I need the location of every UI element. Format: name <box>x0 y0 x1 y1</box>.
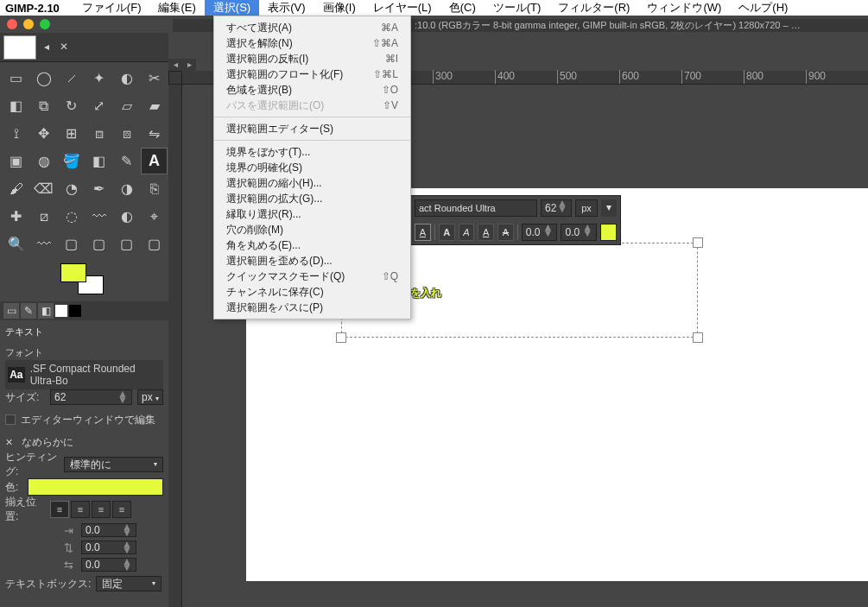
align-center-button[interactable]: ≡ <box>92 501 111 518</box>
menu-select[interactable]: 選択(S) <box>205 0 259 16</box>
indent-input[interactable]: 0.0▲▼ <box>81 523 136 537</box>
handle-br[interactable] <box>693 332 703 343</box>
tool-color-select[interactable]: ◐ <box>113 65 140 92</box>
tab-tool-options[interactable]: ▭ <box>3 303 19 319</box>
tool-handle-transform[interactable]: ⧇ <box>113 120 140 147</box>
menu-item[interactable]: 境界の明確化(S) <box>214 160 410 175</box>
float-italic-button[interactable]: A <box>459 224 475 241</box>
tool-measure[interactable]: ⟟ <box>3 120 29 147</box>
tool-n-a[interactable]: ▢ <box>113 231 140 257</box>
textbox-mode-combo[interactable]: 固定▾ <box>96 576 162 591</box>
menu-item[interactable]: 選択範囲をパスに(P) <box>214 300 410 315</box>
tool-blend[interactable]: ◧ <box>86 148 112 174</box>
tool-ink[interactable]: ✒ <box>86 175 112 202</box>
tool-mypaint[interactable]: ◑ <box>113 175 140 202</box>
letter-spacing-input[interactable]: 0.0▲▼ <box>81 558 136 572</box>
hinting-combo[interactable]: 標準的に▾ <box>64 457 163 472</box>
tab-images[interactable]: ◧ <box>38 303 54 319</box>
tool-rotate[interactable]: ↻ <box>58 92 85 119</box>
tool-fuzzy-select[interactable]: ✦ <box>86 65 112 92</box>
close-window-icon[interactable] <box>7 19 17 29</box>
tool-color-picker[interactable]: ⌖ <box>141 203 168 230</box>
image-thumbnail[interactable] <box>3 35 36 60</box>
menu-item[interactable]: クイックマスクモード(Q)⇧Q <box>214 269 410 284</box>
tool-ellipse-select[interactable]: ◯ <box>30 65 57 92</box>
tool-paths[interactable]: 〰 <box>30 231 57 257</box>
tool-perspective[interactable]: ▰ <box>141 92 168 119</box>
float-color-swatch[interactable] <box>600 224 617 241</box>
align-left-button[interactable]: ≡ <box>50 501 69 518</box>
menu-item[interactable]: 境界をぼかす(T)... <box>214 144 410 160</box>
menu-item[interactable]: 選択範囲のフロート化(F)⇧⌘L <box>214 66 410 82</box>
menu-window[interactable]: ウィンドウ(W) <box>638 0 730 16</box>
float-expand-icon[interactable]: ▾ <box>601 199 617 217</box>
tool-free-select[interactable]: ⟋ <box>58 65 85 92</box>
menu-item[interactable]: 選択範囲を歪める(D)... <box>214 253 410 269</box>
menu-tools[interactable]: ツール(T) <box>485 0 550 16</box>
editor-window-checkbox[interactable] <box>5 414 16 425</box>
unit-select[interactable]: px ▾ <box>137 389 163 405</box>
tool-fg-select[interactable]: ◧ <box>3 92 29 119</box>
tool-airbrush[interactable]: ◔ <box>58 175 85 202</box>
tool-bucket[interactable]: 🪣 <box>58 148 85 174</box>
tool-flip[interactable]: ⇋ <box>141 120 168 147</box>
menu-item[interactable]: チャンネルに保存(C) <box>214 284 410 300</box>
tool-scissors[interactable]: ✂ <box>141 65 168 92</box>
close-icon[interactable]: ✕ <box>57 41 71 54</box>
tool-pencil[interactable]: ✎ <box>113 148 140 174</box>
tool-dodge[interactable]: ◐ <box>113 203 140 230</box>
tab-device[interactable]: ✎ <box>21 303 36 319</box>
tool-clone[interactable]: ⎘ <box>141 175 168 202</box>
menu-view[interactable]: 表示(V) <box>259 0 314 16</box>
menu-image[interactable]: 画像(I) <box>314 0 364 16</box>
scroll-left-icon[interactable]: ◂ <box>168 59 182 71</box>
align-right-button[interactable]: ≡ <box>71 501 90 518</box>
menu-item[interactable]: 選択範囲の縮小(H)... <box>214 175 410 191</box>
menu-file[interactable]: ファイル(F) <box>73 0 150 16</box>
tab-white-swatch[interactable] <box>55 305 67 317</box>
float-clear-style-button[interactable]: A <box>415 224 431 241</box>
tool-paintbrush[interactable]: 🖌 <box>3 175 29 202</box>
float-size-input[interactable]: 62▲▼ <box>541 199 572 217</box>
tool-n-a[interactable]: ▢ <box>58 231 85 257</box>
align-justify-button[interactable]: ≡ <box>112 501 131 518</box>
float-kerning-input[interactable]: 0.0▲▼ <box>561 224 597 241</box>
tool-warp[interactable]: ◍ <box>30 148 57 174</box>
text-content[interactable]: を入れ <box>410 258 441 306</box>
tool-eraser[interactable]: ⌫ <box>30 175 57 202</box>
menu-item[interactable]: 角を丸める(E)... <box>214 237 410 253</box>
menu-layer[interactable]: レイヤー(L) <box>364 0 440 16</box>
tool-cage[interactable]: ▣ <box>3 148 29 174</box>
menu-edit[interactable]: 編集(E) <box>149 0 204 16</box>
tool-blur[interactable]: ◌ <box>58 203 85 230</box>
tool-zoom[interactable]: 🔍 <box>3 231 29 257</box>
size-input[interactable]: 62▲▼ <box>50 389 132 405</box>
float-bold-button[interactable]: A <box>439 224 455 241</box>
handle-tr[interactable] <box>693 237 703 248</box>
menu-item[interactable]: 選択を解除(N)⇧⌘A <box>214 35 410 51</box>
tab-black-swatch[interactable] <box>69 305 81 317</box>
float-unit-select[interactable]: px <box>575 199 598 217</box>
tool-shear[interactable]: ▱ <box>113 92 140 119</box>
float-font-field[interactable]: act Rounded Ultra <box>415 199 537 217</box>
menu-filters[interactable]: フィルター(R) <box>549 0 638 16</box>
minimize-window-icon[interactable] <box>23 19 34 29</box>
expand-icon[interactable]: ◂ <box>40 41 54 54</box>
handle-bl[interactable] <box>336 332 346 343</box>
tool-scale[interactable]: ⤢ <box>86 92 112 119</box>
float-underline-button[interactable]: A <box>478 224 494 241</box>
text-color-field[interactable] <box>28 478 163 496</box>
tool-n-a[interactable]: ▢ <box>86 231 112 257</box>
scroll-right-icon[interactable]: ▸ <box>182 59 196 71</box>
font-selector[interactable]: Aa .SF Compact Rounded Ultra-Bo <box>5 360 163 389</box>
tool-crop[interactable]: ⧉ <box>30 92 57 119</box>
tool-text[interactable]: A <box>141 148 168 174</box>
tool-unified-transform[interactable]: ⧈ <box>86 120 112 147</box>
tool-heal[interactable]: ✚ <box>3 203 29 230</box>
line-spacing-input[interactable]: 0.0▲▼ <box>81 541 136 554</box>
fg-color-swatch[interactable] <box>60 263 86 282</box>
float-baseline-input[interactable]: 0.0▲▼ <box>522 224 558 241</box>
tool-n-a[interactable]: ▢ <box>141 231 168 257</box>
menu-item[interactable]: 色域を選択(B)⇧O <box>214 82 410 98</box>
float-strike-button[interactable]: A <box>497 224 514 241</box>
